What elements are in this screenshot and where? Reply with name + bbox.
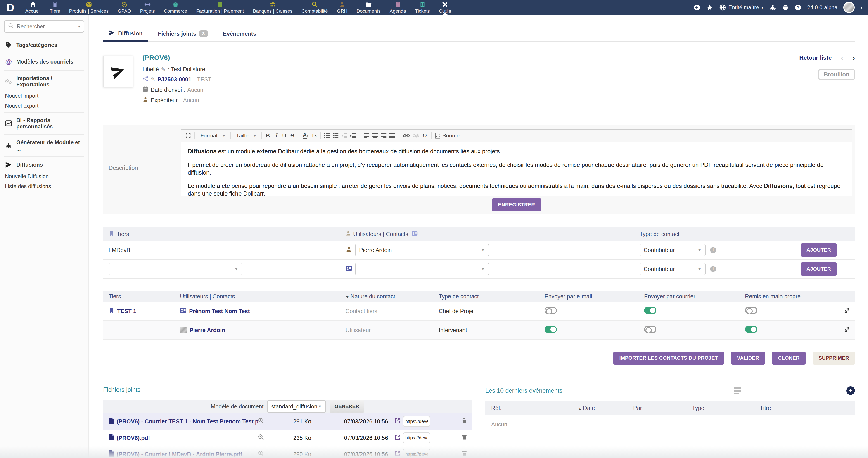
preview-icon[interactable] xyxy=(258,418,276,425)
bookmark-star-icon[interactable] xyxy=(706,4,713,11)
toggle-email[interactable] xyxy=(545,326,557,333)
sidebar-item-liste-diffusions[interactable]: Liste des diffusions xyxy=(4,181,84,191)
preview-icon[interactable] xyxy=(258,434,276,442)
topmenu-tickets[interactable]: Tickets xyxy=(410,0,434,15)
remove-format-button[interactable]: Tx xyxy=(310,131,318,140)
size-select[interactable]: Taille▾ xyxy=(233,132,259,139)
user-select[interactable]: Pierre Ardoin▼ xyxy=(355,244,489,256)
col-tiers[interactable]: Tiers xyxy=(103,293,180,300)
col-date[interactable]: ▲Date xyxy=(578,405,633,412)
share-url-input[interactable] xyxy=(403,432,430,443)
toggle-main-propre[interactable] xyxy=(745,307,757,314)
add-contact-button[interactable]: AJOUTER xyxy=(801,262,837,275)
tab-diffusion[interactable]: Diffusion xyxy=(103,27,148,41)
sidebar-item-bi-reports[interactable]: BI - Rapports personnalisés xyxy=(4,114,84,133)
bold-button[interactable]: B xyxy=(264,131,272,140)
align-right-icon[interactable] xyxy=(379,131,388,140)
topmenu-comptabilite[interactable]: Comptabilité xyxy=(297,0,333,15)
user-menu-chevron-icon[interactable]: ▾ xyxy=(861,5,863,10)
col-nature[interactable]: ▼Nature du contact xyxy=(339,293,439,300)
sidebar-item-import-export[interactable]: Importations / Exportations xyxy=(4,72,84,91)
toggle-courrier[interactable] xyxy=(644,326,656,333)
project-ref-link[interactable]: PJ2503-0001 xyxy=(157,76,191,83)
toggle-email[interactable] xyxy=(545,307,557,314)
col-ref[interactable]: Réf. xyxy=(485,405,578,412)
sidebar-item-module-builder[interactable]: Générateur de Module et ... xyxy=(4,136,84,155)
format-select[interactable]: Format▾ xyxy=(197,132,228,139)
topmenu-agenda[interactable]: Agenda xyxy=(385,0,410,15)
topmenu-accueil[interactable]: Accueil xyxy=(21,0,45,15)
search-input[interactable] xyxy=(17,23,75,30)
contact-type-select[interactable]: Contributeur▼ xyxy=(640,263,706,275)
sidebar-item-email-templates[interactable]: @Modèles des courriels xyxy=(4,55,84,69)
outdent-icon[interactable] xyxy=(340,131,349,140)
strike-button[interactable]: S xyxy=(288,131,297,140)
delete-button[interactable]: SUPPRIMER xyxy=(813,352,855,365)
print-icon[interactable] xyxy=(782,4,789,11)
file-link[interactable]: (PROV6).pdf xyxy=(117,435,150,441)
object-photo[interactable] xyxy=(103,56,133,87)
italic-button[interactable]: I xyxy=(272,131,280,140)
trash-icon[interactable] xyxy=(461,434,467,442)
doc-model-select[interactable]: standard_diffusion▼ xyxy=(267,400,326,413)
col-type[interactable]: Type de contact xyxy=(439,293,538,300)
edit-pencil-icon[interactable]: ✎ xyxy=(151,76,155,83)
col-par[interactable]: Par xyxy=(633,405,692,412)
files-title[interactable]: Fichiers joints xyxy=(103,386,472,393)
sidebar-item-nouvelle-diffusion[interactable]: Nouvelle Diffusion xyxy=(4,171,84,181)
contact-link[interactable]: Prénom Test Nom Test xyxy=(189,308,250,315)
external-link-icon[interactable] xyxy=(395,418,401,425)
tab-fichiers-joints[interactable]: Fichiers joints3 xyxy=(152,28,213,41)
maximize-icon[interactable] xyxy=(184,131,192,140)
contact-select[interactable]: ▼ xyxy=(355,263,489,275)
previous-record-icon[interactable]: ‹ xyxy=(841,54,843,62)
align-left-icon[interactable] xyxy=(362,131,371,140)
col-users-contacts[interactable]: Utilisateurs | Contacts xyxy=(180,293,339,300)
contact-type-select[interactable]: Contributeur▼ xyxy=(640,244,706,256)
external-link-icon[interactable] xyxy=(395,434,401,442)
save-button[interactable]: ENREGISTRER xyxy=(492,198,541,211)
sidebar-item-nouvel-export[interactable]: Nouvel export xyxy=(4,101,84,111)
tab-evenements[interactable]: Événements xyxy=(217,28,262,41)
bug-icon[interactable] xyxy=(769,4,776,11)
topmenu-banques[interactable]: Banques | Caisses xyxy=(248,0,297,15)
add-circle-icon[interactable] xyxy=(693,4,700,11)
events-menu-icon[interactable] xyxy=(734,387,741,394)
topmenu-grh[interactable]: GRH xyxy=(333,0,352,15)
sidebar-item-tags[interactable]: Tags/catégories xyxy=(4,38,84,52)
back-to-list-link[interactable]: Retour liste xyxy=(799,54,832,61)
topmenu-outils[interactable]: Outils xyxy=(434,0,456,15)
toggle-main-propre[interactable] xyxy=(745,326,757,333)
ordered-list-icon[interactable] xyxy=(323,131,332,140)
user-avatar[interactable] xyxy=(843,2,855,13)
indent-icon[interactable] xyxy=(349,131,357,140)
next-record-icon[interactable]: › xyxy=(852,54,855,62)
topmenu-documents[interactable]: Documents xyxy=(352,0,385,15)
entity-globe-icon[interactable]: Entité maître▾ xyxy=(719,4,763,11)
add-event-button[interactable]: + xyxy=(846,386,855,395)
info-icon[interactable]: i xyxy=(710,247,716,253)
align-justify-icon[interactable] xyxy=(388,131,397,140)
toggle-courrier[interactable] xyxy=(644,307,656,314)
help-icon[interactable]: ? xyxy=(795,4,802,11)
col-main-propre[interactable]: Remis en main propre xyxy=(740,293,832,300)
topmenu-tiers[interactable]: Tiers xyxy=(45,0,65,15)
link-icon[interactable] xyxy=(402,131,411,140)
topmenu-facturation[interactable]: Facturation | Paiement xyxy=(191,0,248,15)
file-link[interactable]: (PROV6) - Courrier TEST 1 - Nom Test Pre… xyxy=(117,418,258,425)
user-link[interactable]: Pierre Ardoin xyxy=(189,327,225,333)
import-project-contacts-button[interactable]: IMPORTER LES CONTACTS DU PROJET xyxy=(613,352,724,365)
topmenu-produits[interactable]: Produits | Services xyxy=(65,0,113,15)
sidebar-item-diffusions[interactable]: Diffusions xyxy=(4,158,84,171)
topmenu-projets[interactable]: Projets xyxy=(135,0,159,15)
unlink-icon[interactable] xyxy=(844,307,850,315)
col-type[interactable]: Type xyxy=(692,405,760,412)
col-email[interactable]: Envoyer par e-mail xyxy=(538,293,638,300)
description-text[interactable]: Diffusions est un module externe Dolibar… xyxy=(181,142,852,196)
validate-button[interactable]: VALIDER xyxy=(731,352,765,365)
edit-pencil-icon[interactable]: ✎ xyxy=(161,66,165,72)
events-title[interactable]: Les 10 derniers événements xyxy=(485,387,562,394)
text-color-button[interactable]: A▾ xyxy=(302,131,310,140)
tiers-select[interactable]: ▼ xyxy=(108,263,243,275)
align-center-icon[interactable] xyxy=(371,131,379,140)
